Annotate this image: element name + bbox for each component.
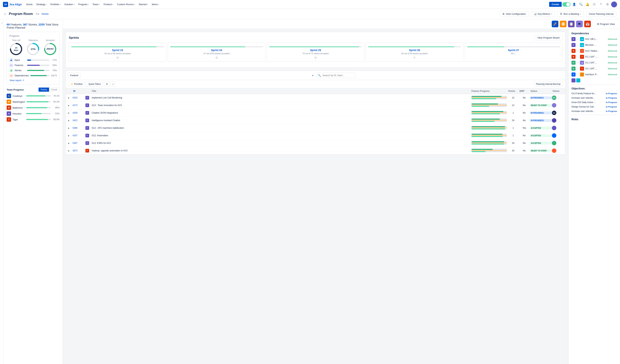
view-icon-moon[interactable]: 🌕: [560, 21, 566, 27]
team-tab-points[interactable]: Points: [39, 88, 49, 92]
row-mmf: No: [519, 149, 530, 152]
sprint-26-icon[interactable]: ☆: [368, 56, 461, 59]
feature-search-input[interactable]: [316, 73, 355, 78]
burnup-button[interactable]: Planning Interval BurnUp: [534, 82, 563, 87]
row-expand-icon[interactable]: ▶: [68, 97, 73, 99]
panel-divider: [572, 85, 617, 85]
nav-help-icon[interactable]: ?: [598, 1, 604, 7]
row-id[interactable]: 5387: [73, 142, 85, 144]
row-mmf: No: [519, 119, 530, 122]
nav-settings-icon[interactable]: ⚙: [604, 1, 610, 7]
row-expand-icon[interactable]: ▶: [68, 135, 73, 137]
table-row: ▶ 3422 F Intelligence Assisted Chatbot 2…: [66, 117, 565, 124]
close-planning-interval-button[interactable]: Close Planning Interval: [586, 11, 616, 17]
nav-item-strategy[interactable]: Strategy▾: [35, 2, 48, 6]
feature-type-select[interactable]: Feature: [68, 73, 80, 78]
nav-item-starred[interactable]: Starred▾: [137, 2, 150, 6]
sprint-26-name[interactable]: Sprint 26: [368, 49, 461, 52]
view-icon-list[interactable]: 📋: [568, 21, 575, 27]
sprint-24-name[interactable]: Sprint 24: [170, 49, 263, 52]
objective-text-5: Increase user retentio...: [572, 110, 605, 112]
nav-item-portfolio[interactable]: Portfolio▾: [49, 2, 62, 6]
dep-text-4: V2.1 SAT - ...: [585, 56, 607, 58]
subheader-star-icon[interactable]: ☆: [4, 12, 7, 16]
nav-item-items[interactable]: Items▾: [150, 2, 160, 6]
sprint-27-name[interactable]: Sprint 27: [467, 49, 560, 52]
row-progress: [471, 141, 508, 145]
quick-filters-button[interactable]: Quick Filters: [86, 82, 103, 87]
prioritize-icon: ⚡: [70, 83, 73, 85]
washington-icon: W: [7, 100, 11, 104]
houston-pct: 62%: [52, 112, 60, 115]
nav-item-product[interactable]: Product▾: [102, 2, 115, 6]
row-id[interactable]: 3973: [73, 149, 85, 152]
sprint-25-icon[interactable]: ◇: [269, 56, 362, 59]
row-expand-icon[interactable]: ▶: [68, 142, 73, 144]
dep-item-7: ✦ → 🦁 Interface: P... Delivered: [572, 73, 617, 76]
sprint-23-name[interactable]: Sprint 23: [71, 49, 164, 52]
sprint-23-icon[interactable]: ◇: [71, 56, 164, 59]
row-avatar: MD: [552, 95, 556, 100]
subheader-for-label: For: [36, 13, 39, 15]
nav-logo[interactable]: JA Jira Align: [3, 2, 22, 7]
view-configuration-button[interactable]: ⚙ View Configuration: [500, 11, 529, 17]
nav-item-home[interactable]: Home: [25, 2, 34, 6]
nav-checklist-icon[interactable]: ☑: [591, 1, 597, 7]
row-mmf: No: [519, 96, 530, 99]
chevron-down-icon: ▾: [551, 13, 552, 15]
time-left-value: 14 days: [13, 47, 19, 51]
nav-avatar[interactable]: 👤: [611, 1, 617, 7]
nav-item-solution[interactable]: Solution▾: [63, 2, 76, 6]
program-view-btn[interactable]: ⚙ Program View: [595, 22, 616, 26]
view-icon-calendar[interactable]: 📅: [584, 21, 591, 27]
tiger-name: Tiger: [13, 118, 25, 121]
nav-item-program[interactable]: Program▾: [77, 2, 91, 6]
col-expand: [68, 90, 73, 92]
sprint-25-name[interactable]: Sprint 25: [269, 49, 362, 52]
right-panel: Dependencies P → Cha G12: DB c... Delive…: [568, 29, 620, 364]
nav-item-team[interactable]: Team▾: [91, 2, 101, 6]
cowboys-icon: 🐎: [7, 94, 11, 98]
run-meeting-button[interactable]: 🗓 Run a Meeting ▾: [557, 11, 584, 17]
row-expand-icon[interactable]: ▶: [68, 120, 73, 121]
view-report-link[interactable]: View report ↗: [9, 79, 57, 82]
row-id[interactable]: 4273: [73, 104, 85, 106]
row-title: Hadoop: upgrade automation in AC5: [91, 149, 471, 152]
row-avatar: [552, 103, 556, 107]
sprint-24-icon[interactable]: ◇: [170, 56, 263, 59]
view-program-board-button[interactable]: View Program Board: [535, 35, 562, 40]
nav-bell-icon[interactable]: 🔔: [585, 1, 590, 7]
prioritize-button[interactable]: ⚡ Prioritize: [68, 82, 85, 87]
row-id[interactable]: 5426: [73, 96, 85, 99]
settings-icon-btn[interactable]: ⚙: [104, 81, 109, 87]
epics-bar-fill: [27, 60, 31, 61]
view-icon-rocket[interactable]: 🚀: [552, 21, 558, 27]
row-progress: [471, 104, 508, 107]
row-id[interactable]: 4207: [73, 134, 85, 137]
row-expand-icon[interactable]: ▶: [68, 150, 73, 152]
nav-toggle[interactable]: [562, 2, 571, 7]
row-feature-icon: F: [85, 96, 89, 100]
row-expand-icon[interactable]: ▶: [68, 127, 73, 129]
row-expand-icon[interactable]: ▶: [68, 112, 73, 114]
row-id[interactable]: 5386: [73, 127, 85, 129]
nav-search-icon[interactable]: 🔍: [578, 1, 584, 7]
subheader-room-name[interactable]: Mobile: [42, 13, 49, 15]
dep-item-2: P → Cha Mirrored ... Delivered: [572, 43, 617, 47]
row-avatar: [552, 118, 556, 123]
sprint-card-23: Sprint 23 55 out of 60 stories accepted …: [69, 43, 166, 61]
cowboys-pct: 78.1%: [52, 95, 60, 97]
row-id[interactable]: 3422: [73, 119, 85, 122]
expand-icon-btn[interactable]: ⤢: [110, 81, 116, 87]
nav-user-icon[interactable]: 👤: [571, 1, 577, 7]
team-tab-count[interactable]: Count: [49, 88, 60, 92]
view-icon-cloud[interactable]: 🌧: [576, 21, 583, 27]
row-expand-icon[interactable]: ▶: [68, 104, 73, 106]
row-id[interactable]: 4209: [73, 112, 85, 114]
nav-item-custom-rooms[interactable]: Custom Rooms▾: [116, 2, 137, 6]
col-id[interactable]: ID: [73, 90, 85, 92]
key-metrics-button[interactable]: 📊 Key Metrics ▾: [531, 11, 555, 17]
sidebar-collapse-btn[interactable]: ›: [0, 19, 4, 364]
create-button[interactable]: Create: [549, 2, 562, 7]
dep-status-6: Delivered: [608, 67, 617, 70]
